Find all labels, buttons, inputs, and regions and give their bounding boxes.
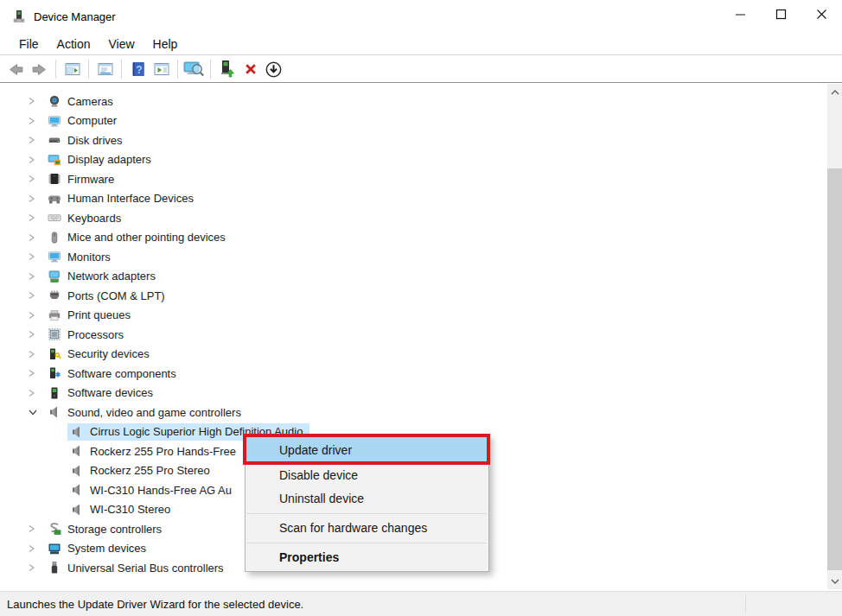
chevron-collapsed-icon[interactable]: [28, 96, 45, 106]
chevron-collapsed-icon[interactable]: [28, 368, 45, 378]
toolbar-show-console-tree-button[interactable]: [61, 59, 84, 80]
processor-icon: [48, 327, 61, 341]
chevron-collapsed-icon[interactable]: [28, 232, 45, 243]
update-driver-icon: [218, 60, 236, 79]
toolbar-scan-for-hardware-changes-button[interactable]: [182, 59, 206, 80]
tree-item-content: Disk drives: [45, 131, 130, 149]
chevron-collapsed-icon[interactable]: [28, 349, 45, 359]
tree-item-content: Security devices: [45, 346, 156, 363]
toolbar-disable-device-button[interactable]: [262, 59, 285, 80]
vertical-scrollbar[interactable]: [827, 84, 842, 589]
chevron-collapsed-icon[interactable]: [28, 271, 45, 282]
action-pane-icon: [153, 60, 170, 78]
maximize-button[interactable]: [761, 0, 801, 31]
speaker-icon: [70, 503, 84, 517]
tree-item-label: System devices: [67, 542, 146, 555]
context-menu-item-properties[interactable]: Properties: [246, 546, 488, 569]
device-manager-window: Device Manager FileActionViewHelp ? Came…: [0, 0, 842, 616]
tree-item-sound-video-and-game-controllers[interactable]: Sound, video and game controllers: [0, 403, 827, 422]
tree-item-cameras[interactable]: Cameras: [0, 92, 827, 111]
scrollbar-thumb[interactable]: [827, 168, 842, 570]
toolbar-update-driver-button[interactable]: [215, 59, 239, 80]
tree-item-firmware[interactable]: Firmware: [0, 169, 827, 189]
toolbar-separator: [210, 60, 211, 79]
context-menu-item-disable-device[interactable]: Disable device: [246, 464, 488, 487]
tree-item-label: Rockerz 255 Pro Hands-Free: [90, 445, 236, 458]
tree-item-content: Computer: [45, 112, 124, 130]
tree-item-computer[interactable]: Computer: [0, 111, 827, 131]
tree-item-content: System devices: [45, 540, 153, 557]
tree-item-label: Software components: [67, 367, 176, 380]
toolbar-properties-button[interactable]: [93, 59, 117, 80]
chevron-collapsed-icon[interactable]: [28, 194, 45, 204]
toolbar-forward-button[interactable]: [28, 59, 51, 80]
tree-item-content: Network adapters: [45, 268, 163, 285]
chevron-collapsed-icon[interactable]: [28, 135, 45, 145]
chevron-collapsed-icon[interactable]: [28, 251, 45, 262]
tree-item-ports-com-lpt[interactable]: Ports (COM & LPT): [0, 286, 827, 306]
menu-view[interactable]: View: [99, 35, 143, 54]
chevron-collapsed-icon[interactable]: [28, 543, 45, 554]
title-bar: Device Manager: [0, 0, 842, 33]
chevron-collapsed-icon[interactable]: [28, 174, 45, 184]
toolbar-action-pane-button[interactable]: [150, 59, 173, 80]
tree-item-network-adapters[interactable]: Network adapters: [0, 267, 827, 287]
chevron-collapsed-icon[interactable]: [28, 524, 45, 534]
chevron-collapsed-icon[interactable]: [28, 116, 45, 126]
minimize-button[interactable]: [720, 0, 761, 31]
chevron-collapsed-icon[interactable]: [28, 155, 45, 165]
menu-action[interactable]: Action: [48, 35, 99, 54]
context-menu-separator: [247, 543, 487, 543]
tree-item-print-queues[interactable]: Print queues: [0, 306, 827, 326]
device-manager-icon: [12, 10, 26, 23]
system-device-icon: [48, 542, 61, 556]
tree-item-label: Security devices: [67, 347, 150, 360]
maximize-icon: [775, 8, 787, 23]
tree-item-monitors[interactable]: Monitors: [0, 247, 827, 267]
menu-file[interactable]: File: [10, 35, 48, 54]
mouse-icon: [48, 231, 61, 244]
context-menu-item-scan-for-hardware-changes[interactable]: Scan for hardware changes: [246, 517, 488, 540]
tree-item-label: Storage controllers: [67, 523, 162, 536]
tree-item-content: Ports (COM & LPT): [45, 287, 172, 304]
tree-item-human-interface-devices[interactable]: Human Interface Devices: [0, 189, 827, 209]
tree-item-label: Display adapters: [67, 153, 151, 166]
menu-help[interactable]: Help: [144, 35, 187, 54]
storage-controller-icon: [48, 522, 61, 536]
toolbar-help-button[interactable]: ?: [126, 59, 150, 80]
tree-item-software-components[interactable]: Software components: [0, 364, 827, 384]
tree-item-display-adapters[interactable]: Display adapters: [0, 150, 827, 170]
toolbar-separator: [55, 60, 56, 79]
toolbar-uninstall-device-button[interactable]: [239, 59, 262, 80]
chevron-collapsed-icon[interactable]: [28, 290, 45, 301]
chevron-expanded-icon[interactable]: [28, 408, 45, 416]
ports-icon: [48, 289, 61, 302]
chevron-collapsed-icon[interactable]: [28, 388, 45, 398]
firmware-icon: [48, 172, 61, 186]
minimize-icon: [735, 8, 746, 23]
tree-item-processors[interactable]: Processors: [0, 325, 827, 345]
tree-item-disk-drives[interactable]: Disk drives: [0, 130, 827, 150]
tree-item-keyboards[interactable]: Keyboards: [0, 208, 827, 228]
speaker-icon: [70, 444, 84, 458]
chevron-collapsed-icon[interactable]: [28, 329, 45, 340]
scroll-down-button[interactable]: [827, 573, 842, 587]
tree-item-mice-and-other-pointing-devices[interactable]: Mice and other pointing devices: [0, 228, 827, 248]
hid-icon: [48, 192, 61, 206]
tree-item-security-devices[interactable]: Security devices: [0, 345, 827, 365]
chevron-collapsed-icon[interactable]: [28, 310, 45, 321]
disk-drive-icon: [48, 133, 61, 147]
context-menu-item-uninstall-device[interactable]: Uninstall device: [246, 487, 488, 511]
console-tree-icon: [64, 60, 81, 78]
software-device-icon: [48, 386, 61, 400]
chevron-collapsed-icon[interactable]: [28, 562, 45, 573]
scroll-up-button[interactable]: [827, 84, 842, 98]
tree-item-content: Rockerz 255 Pro Hands-Free: [67, 442, 243, 460]
menu-bar: FileActionViewHelp: [0, 33, 842, 55]
chevron-collapsed-icon[interactable]: [28, 213, 45, 223]
chevron-up-icon: [831, 84, 839, 99]
tree-item-software-devices[interactable]: Software devices: [0, 384, 827, 403]
close-button[interactable]: [801, 0, 842, 31]
tree-item-label: Mice and other pointing devices: [67, 231, 226, 244]
toolbar-back-button[interactable]: [4, 59, 28, 80]
